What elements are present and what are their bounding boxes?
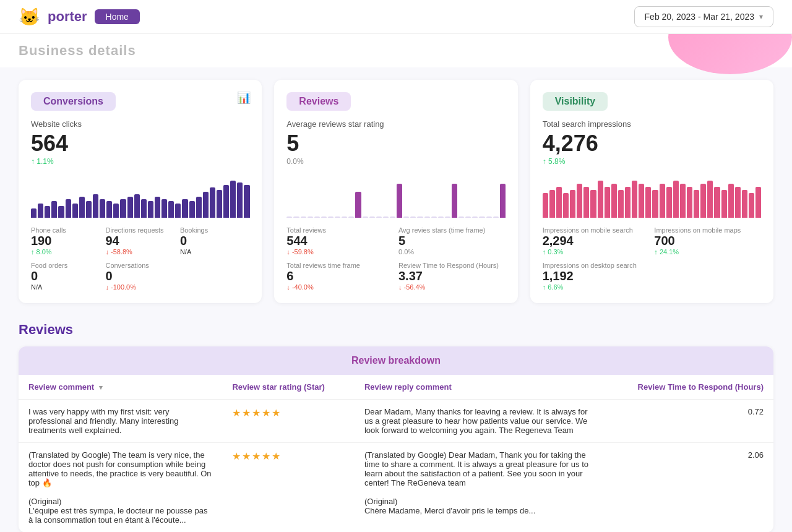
- stat-item: Food orders 0 N/A: [31, 262, 100, 291]
- visibility-stats-grid: Impressions on mobile search 2,294 ↑ 0.3…: [543, 226, 761, 291]
- bar: [543, 193, 548, 218]
- respond-time-stat: Review Time to Respond (Hours) 3.37 ↓ -5…: [398, 262, 506, 291]
- table-header-row: Review comment ▾ Review star rating (Sta…: [19, 375, 773, 400]
- bar: [223, 185, 229, 218]
- bar: [72, 204, 78, 218]
- bar: [673, 181, 679, 218]
- rating-cell: ★★★★★: [222, 442, 355, 532]
- bar: [755, 187, 761, 218]
- subtitle-bar: Business details: [0, 34, 792, 67]
- bar: [237, 182, 243, 217]
- conversions-card: 📊 Conversions Website clicks 564 ↑ 1.1% …: [19, 80, 262, 303]
- header: 🐱 porter Home Feb 20, 2023 - Mar 21, 202…: [0, 0, 792, 34]
- bar: [328, 217, 334, 218]
- bar: [438, 217, 444, 218]
- sort-icon: ▾: [99, 384, 103, 391]
- bar: [113, 204, 119, 218]
- bar: [618, 190, 624, 218]
- total-reviews-stat: Total reviews 544 ↓ -59.8%: [286, 226, 394, 255]
- logo-icon: 🐱: [19, 7, 40, 27]
- bar: [431, 217, 437, 218]
- bar: [680, 184, 686, 218]
- bar: [577, 184, 582, 218]
- bar: [625, 187, 631, 218]
- bar: [479, 217, 484, 218]
- bar: [417, 217, 423, 218]
- bar: [58, 206, 64, 218]
- rating-cell: ★★★★★: [222, 399, 355, 442]
- bar: [570, 190, 575, 218]
- stat-item: Conversations 0 ↓ -100.0%: [105, 262, 174, 291]
- star-icon: ★: [232, 450, 241, 462]
- stat-item: Bookings 0 N/A: [180, 226, 249, 255]
- bar: [175, 204, 181, 218]
- bar: [148, 201, 153, 217]
- bar: [500, 184, 506, 218]
- bar: [590, 190, 596, 218]
- bar: [486, 217, 492, 218]
- bar: [120, 199, 126, 218]
- bar: [230, 181, 236, 218]
- bar: [556, 187, 562, 218]
- bar: [244, 185, 249, 218]
- reviews-card: Reviews Average reviews star rating 5 0.…: [274, 80, 517, 303]
- review-breakdown-container: Review breakdown Review comment ▾ Review…: [19, 346, 773, 532]
- bar: [632, 181, 637, 218]
- stat-item: Impressions on mobile maps 700 ↑ 24.1%: [654, 226, 761, 255]
- bar: [424, 217, 430, 218]
- website-clicks-change: ↑ 1.1%: [31, 157, 249, 166]
- bar: [728, 184, 734, 218]
- bar: [549, 190, 555, 218]
- bar: [403, 217, 409, 218]
- bar: [86, 201, 92, 217]
- visibility-tab: Visibility: [543, 92, 608, 111]
- reviews-section-title: Reviews: [19, 322, 773, 338]
- active-tab[interactable]: Home: [95, 9, 140, 24]
- avg-star-label: Average reviews star rating: [286, 119, 505, 129]
- bar: [445, 217, 450, 218]
- reviews-tab: Reviews: [286, 92, 351, 111]
- bar: [293, 217, 299, 218]
- bar: [31, 208, 37, 218]
- bar: [742, 190, 747, 218]
- date-range-text: Feb 20, 2023 - Mar 21, 2023: [645, 12, 754, 22]
- main-content: 📊 Conversions Website clicks 564 ↑ 1.1% …: [0, 67, 792, 532]
- bar: [652, 190, 658, 218]
- star-icon: ★: [242, 450, 251, 462]
- bar: [38, 204, 43, 218]
- col-comment-header[interactable]: Review comment ▾: [19, 375, 222, 400]
- bar: [749, 193, 754, 218]
- bar: [51, 201, 57, 217]
- bar: [465, 217, 471, 218]
- bar: [286, 217, 292, 218]
- bar: [611, 184, 617, 218]
- bar: [210, 187, 215, 218]
- chart-icon[interactable]: 📊: [237, 91, 251, 105]
- comment-cell: (Translated by Google) The team is very …: [19, 442, 222, 532]
- bar: [410, 217, 416, 218]
- bar: [106, 201, 112, 217]
- bar: [100, 199, 105, 218]
- subtitle-text: Business details: [19, 43, 136, 58]
- bar: [134, 194, 140, 218]
- bar: [203, 192, 209, 217]
- date-picker[interactable]: Feb 20, 2023 - Mar 21, 2023 ▾: [634, 6, 773, 27]
- star-icon: ★: [242, 407, 251, 419]
- bar: [735, 187, 741, 218]
- bar: [694, 190, 699, 218]
- logo-text: porter: [48, 9, 87, 25]
- bar: [493, 217, 499, 218]
- total-impressions-change: ↑ 5.8%: [543, 157, 761, 166]
- stat-item: Impressions on mobile search 2,294 ↑ 0.3…: [543, 226, 650, 255]
- bar: [645, 187, 651, 218]
- bar: [348, 217, 354, 218]
- bar: [369, 217, 375, 218]
- respond-time-cell: 2.06: [602, 442, 773, 532]
- reply-cell: Dear Madam, Many thanks for leaving a re…: [355, 399, 602, 442]
- reviews-stats-grid: Total reviews 544 ↓ -59.8% Avg revies st…: [286, 226, 505, 291]
- bar: [141, 199, 147, 218]
- total-reviews-tf-stat: Total reviews time frame 6 ↓ -40.0%: [286, 262, 394, 291]
- bar: [721, 190, 727, 218]
- reviews-section: Reviews Review breakdown Review comment …: [19, 322, 773, 532]
- total-impressions-value: 4,276: [543, 131, 761, 156]
